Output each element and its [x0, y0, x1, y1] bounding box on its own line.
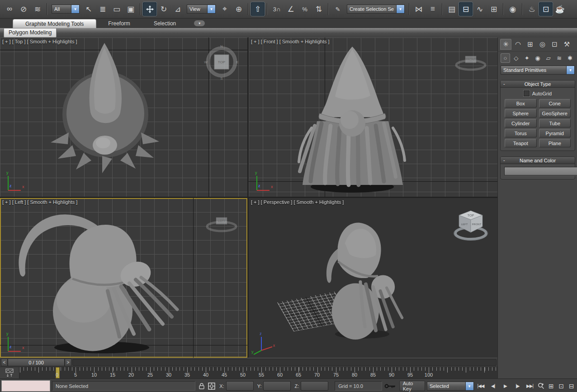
hierarchy-tab-icon[interactable]: ⊞ [525, 39, 536, 50]
select-and-rotate-icon[interactable]: ↻ [157, 2, 170, 16]
angle-snap-icon[interactable]: ∠ [284, 2, 298, 16]
name-and-color-rollout-header[interactable]: - Name and Color [501, 157, 575, 164]
schematic-view-icon[interactable]: ⊞ [487, 2, 501, 16]
select-and-move-icon[interactable] [143, 2, 156, 16]
bind-to-space-warp-icon[interactable]: ≋ [31, 2, 44, 16]
space-warps-category-icon[interactable]: ≋ [554, 53, 564, 63]
auto-key-button[interactable]: Auto Key [399, 381, 425, 391]
viewcube-front[interactable]: FRONT [453, 53, 489, 73]
use-pivot-point-center-icon[interactable]: ⌖ [218, 2, 232, 16]
viewport-left-label[interactable]: [ + ] [ Left ] [ Smooth + Highlights ] [2, 199, 77, 205]
window-crossing-icon[interactable]: ▣ [124, 2, 137, 16]
chevron-down-icon[interactable]: ▾ [71, 5, 80, 14]
maxscript-mini-listener[interactable] [1, 380, 50, 392]
previous-frame-arrow[interactable]: < [1, 359, 8, 366]
previous-frame-button[interactable]: ◀| [488, 381, 498, 391]
next-frame-arrow[interactable]: > [65, 359, 71, 366]
link-icon[interactable]: ∞ [3, 2, 16, 16]
key-filter-dropdown[interactable]: Selected ▾ [427, 382, 474, 391]
motion-tab-icon[interactable]: ◎ [537, 39, 548, 50]
select-by-name-icon[interactable]: ≣ [96, 2, 109, 16]
y-coordinate-field[interactable] [263, 381, 291, 391]
display-tab-icon[interactable]: ⊡ [549, 39, 560, 50]
viewport-top[interactable]: [ + ] [ Top ] [ Smooth + Highlights ] N … [0, 38, 247, 197]
tab-freeform[interactable]: Freeform [96, 19, 142, 28]
time-slider-handle[interactable]: 0 / 100 [8, 359, 65, 366]
select-and-scale-icon[interactable]: ⊿ [171, 2, 184, 16]
absolute-offset-mode-icon[interactable] [208, 382, 216, 391]
autogrid-checkbox[interactable] [524, 90, 530, 96]
next-frame-button[interactable]: |▶ [512, 381, 523, 391]
rectangular-selection-region-icon[interactable]: ▭ [110, 2, 123, 16]
layer-manager-icon[interactable]: ▤ [445, 2, 459, 16]
zoom-all-icon[interactable]: ⊞ [547, 381, 555, 391]
track-bar-ruler[interactable]: 0 5 10 15 20 25 30 35 40 45 50 55 60 65 … [19, 367, 497, 378]
chevron-down-icon[interactable]: ▾ [208, 5, 216, 14]
chevron-down-icon[interactable]: ▾ [567, 66, 575, 75]
object-type-rollout-header[interactable]: - Object Type [501, 80, 575, 88]
viewcube-left[interactable]: LEFT [203, 214, 240, 234]
named-selection-set-dropdown[interactable]: Create Selection Se ▾ [347, 5, 405, 14]
tab-polygon-modeling[interactable]: Polygon Modeling [4, 28, 57, 38]
viewcube-top[interactable]: N E S W TOP [203, 44, 240, 80]
scene-explorer-icon[interactable]: ⊟ [459, 2, 473, 16]
reference-coordinate-dropdown[interactable]: View ▾ [187, 5, 216, 14]
selection-lock-icon[interactable] [197, 382, 205, 391]
ribbon-minimize-icon[interactable]: ▾ [194, 20, 205, 26]
play-button[interactable]: ▶ [500, 381, 511, 391]
selection-filter-dropdown[interactable]: All ▾ [52, 5, 80, 14]
spinner-snap-icon[interactable]: ⇅ [312, 2, 326, 16]
torus-button[interactable]: Torus [505, 129, 537, 137]
cameras-category-icon[interactable]: ◉ [533, 53, 543, 63]
render-production-icon[interactable]: ☕ [553, 2, 567, 16]
teapot-button[interactable]: Teapot [505, 139, 537, 147]
render-setup-icon[interactable]: ♨ [525, 2, 539, 16]
material-editor-icon[interactable]: ◉ [506, 2, 520, 16]
chevron-down-icon[interactable]: ▾ [397, 5, 405, 14]
select-and-manipulate-icon[interactable]: ⊕ [232, 2, 246, 16]
systems-category-icon[interactable]: ✱ [565, 53, 575, 63]
box-button[interactable]: Box [505, 99, 537, 108]
percent-snap-icon[interactable]: % [298, 2, 312, 16]
helpers-category-icon[interactable]: ▱ [544, 53, 553, 63]
snaps-toggle-3d-icon[interactable]: 3∩ [270, 2, 284, 16]
zoom-extents-all-icon[interactable]: ⊟ [568, 381, 576, 391]
cone-button[interactable]: Cone [539, 99, 571, 108]
cylinder-button[interactable]: Cylinder [505, 119, 537, 128]
select-object-icon[interactable]: ↖ [82, 2, 95, 16]
create-tab-icon[interactable]: ✳ [500, 39, 511, 50]
object-name-field[interactable] [504, 167, 577, 175]
set-keys-icon[interactable] [384, 382, 397, 391]
utilities-tab-icon[interactable]: ⚒ [561, 39, 572, 50]
zoom-icon[interactable] [537, 381, 545, 391]
curve-editor-icon[interactable]: ∿ [473, 2, 487, 16]
chevron-down-icon[interactable]: ▾ [466, 382, 474, 391]
lights-category-icon[interactable]: ✦ [522, 53, 532, 63]
z-coordinate-field[interactable] [301, 381, 328, 391]
geometry-category-icon[interactable]: ○ [501, 53, 510, 63]
plane-button[interactable]: Plane [539, 139, 571, 147]
tab-selection[interactable]: Selection [142, 19, 188, 28]
go-to-start-button[interactable]: |◀◀ [476, 381, 486, 391]
viewport-front[interactable]: [ + ] [ Front ] [ Smooth + Highlights ] … [249, 38, 497, 197]
mirror-icon[interactable]: ⋈ [412, 2, 426, 16]
rendered-frame-window-icon[interactable]: ⊡ [539, 2, 553, 16]
tube-button[interactable]: Tube [539, 119, 571, 128]
shapes-category-icon[interactable]: ◇ [511, 53, 521, 63]
align-icon[interactable]: ≡ [426, 2, 440, 16]
viewport-perspective-label[interactable]: [ + ] [ Perspective ] [ Smooth + Highlig… [251, 199, 344, 205]
modify-tab-icon[interactable]: ◠ [512, 39, 524, 50]
subcategory-dropdown[interactable]: Standard Primitives ▾ [501, 66, 575, 75]
named-selection-sets-icon[interactable]: ✎ [331, 2, 345, 16]
tab-graphite-modeling-tools[interactable]: Graphite Modeling Tools [13, 19, 96, 28]
viewport-front-label[interactable]: [ + ] [ Front ] [ Smooth + Highlights ] [251, 39, 330, 44]
time-slider-track[interactable] [72, 359, 497, 366]
unlink-icon[interactable]: ⊘ [17, 2, 30, 16]
x-coordinate-field[interactable] [226, 381, 254, 391]
keyboard-shortcut-override-icon[interactable]: ⇧ [251, 2, 265, 16]
geosphere-button[interactable]: GeoSphere [539, 109, 571, 118]
viewcube-perspective[interactable]: TOP LEFT FRONT [451, 206, 490, 242]
viewport-top-label[interactable]: [ + ] [ Top ] [ Smooth + Highlights ] [2, 39, 77, 44]
viewport-left[interactable]: [ + ] [ Left ] [ Smooth + Highlights ] L… [0, 198, 247, 358]
viewport-perspective[interactable]: [ + ] [ Perspective ] [ Smooth + Highlig… [249, 198, 497, 358]
